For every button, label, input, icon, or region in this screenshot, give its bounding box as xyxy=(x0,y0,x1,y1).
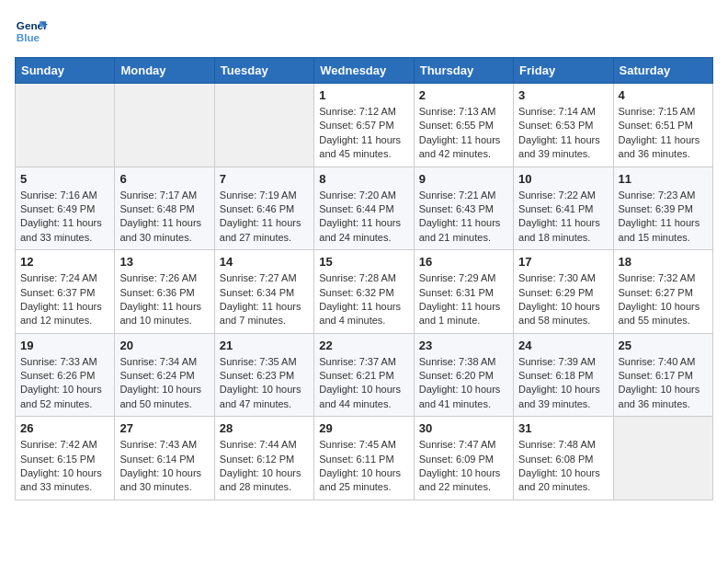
calendar-cell: 19Sunrise: 7:33 AM Sunset: 6:26 PM Dayli… xyxy=(16,333,115,417)
calendar-cell: 17Sunrise: 7:30 AM Sunset: 6:29 PM Dayli… xyxy=(514,250,613,334)
day-number: 7 xyxy=(220,172,309,186)
day-number: 22 xyxy=(319,339,408,352)
day-number: 6 xyxy=(119,172,209,186)
day-number: 25 xyxy=(619,339,708,352)
day-number: 2 xyxy=(419,88,508,102)
calendar-cell: 6Sunrise: 7:17 AM Sunset: 6:48 PM Daylig… xyxy=(115,167,214,250)
day-info: Sunrise: 7:26 AM Sunset: 6:36 PM Dayligh… xyxy=(119,271,209,328)
calendar-cell: 23Sunrise: 7:38 AM Sunset: 6:20 PM Dayli… xyxy=(414,333,513,417)
day-info: Sunrise: 7:19 AM Sunset: 6:46 PM Dayligh… xyxy=(220,189,309,246)
day-info: Sunrise: 7:35 AM Sunset: 6:23 PM Dayligh… xyxy=(220,355,309,412)
calendar-cell: 10Sunrise: 7:22 AM Sunset: 6:41 PM Dayli… xyxy=(514,167,613,250)
calendar-cell: 25Sunrise: 7:40 AM Sunset: 6:17 PM Dayli… xyxy=(613,333,712,417)
day-number: 14 xyxy=(220,255,309,269)
day-number: 31 xyxy=(518,421,608,435)
header-saturday: Saturday xyxy=(613,58,712,84)
day-info: Sunrise: 7:12 AM Sunset: 6:57 PM Dayligh… xyxy=(319,105,408,162)
day-info: Sunrise: 7:40 AM Sunset: 6:17 PM Dayligh… xyxy=(619,355,708,412)
day-info: Sunrise: 7:28 AM Sunset: 6:32 PM Dayligh… xyxy=(319,271,408,328)
calendar-cell: 30Sunrise: 7:47 AM Sunset: 6:09 PM Dayli… xyxy=(414,417,513,500)
calendar-cell xyxy=(115,84,214,167)
calendar-cell: 8Sunrise: 7:20 AM Sunset: 6:44 PM Daylig… xyxy=(314,167,414,250)
day-info: Sunrise: 7:16 AM Sunset: 6:49 PM Dayligh… xyxy=(20,189,109,246)
day-number: 24 xyxy=(518,339,608,352)
day-number: 21 xyxy=(220,339,309,352)
day-info: Sunrise: 7:37 AM Sunset: 6:21 PM Dayligh… xyxy=(319,355,408,412)
day-number: 27 xyxy=(119,421,209,435)
calendar-table: SundayMondayTuesdayWednesdayThursdayFrid… xyxy=(15,57,713,500)
day-number: 12 xyxy=(20,255,109,269)
day-number: 19 xyxy=(20,339,109,352)
day-info: Sunrise: 7:22 AM Sunset: 6:41 PM Dayligh… xyxy=(518,189,608,246)
calendar-cell: 24Sunrise: 7:39 AM Sunset: 6:18 PM Dayli… xyxy=(514,333,613,417)
day-info: Sunrise: 7:34 AM Sunset: 6:24 PM Dayligh… xyxy=(119,355,209,412)
day-number: 15 xyxy=(319,255,408,269)
day-number: 5 xyxy=(20,172,109,186)
day-info: Sunrise: 7:15 AM Sunset: 6:51 PM Dayligh… xyxy=(619,105,708,162)
day-number: 29 xyxy=(319,421,408,435)
day-number: 18 xyxy=(619,255,708,269)
calendar-cell xyxy=(613,417,712,500)
header-sunday: Sunday xyxy=(16,58,115,84)
calendar-cell: 31Sunrise: 7:48 AM Sunset: 6:08 PM Dayli… xyxy=(514,417,613,500)
day-number: 1 xyxy=(319,88,408,102)
day-number: 28 xyxy=(220,421,309,435)
header-thursday: Thursday xyxy=(414,58,513,84)
calendar-cell: 1Sunrise: 7:12 AM Sunset: 6:57 PM Daylig… xyxy=(314,84,414,167)
day-number: 23 xyxy=(419,339,508,352)
calendar-cell: 22Sunrise: 7:37 AM Sunset: 6:21 PM Dayli… xyxy=(314,333,414,417)
day-number: 11 xyxy=(619,172,708,186)
day-info: Sunrise: 7:47 AM Sunset: 6:09 PM Dayligh… xyxy=(419,438,508,495)
day-number: 30 xyxy=(419,421,508,435)
calendar-cell: 18Sunrise: 7:32 AM Sunset: 6:27 PM Dayli… xyxy=(613,250,712,334)
day-info: Sunrise: 7:20 AM Sunset: 6:44 PM Dayligh… xyxy=(319,189,408,246)
header-tuesday: Tuesday xyxy=(214,58,313,84)
calendar-cell: 21Sunrise: 7:35 AM Sunset: 6:23 PM Dayli… xyxy=(214,333,313,417)
day-info: Sunrise: 7:30 AM Sunset: 6:29 PM Dayligh… xyxy=(518,271,608,328)
calendar-cell: 5Sunrise: 7:16 AM Sunset: 6:49 PM Daylig… xyxy=(16,167,115,250)
calendar-cell: 27Sunrise: 7:43 AM Sunset: 6:14 PM Dayli… xyxy=(115,417,214,500)
day-info: Sunrise: 7:21 AM Sunset: 6:43 PM Dayligh… xyxy=(419,189,508,246)
calendar-week-row: 1Sunrise: 7:12 AM Sunset: 6:57 PM Daylig… xyxy=(16,84,713,167)
calendar-cell: 4Sunrise: 7:15 AM Sunset: 6:51 PM Daylig… xyxy=(613,84,712,167)
day-info: Sunrise: 7:17 AM Sunset: 6:48 PM Dayligh… xyxy=(119,189,209,246)
calendar-cell: 26Sunrise: 7:42 AM Sunset: 6:15 PM Dayli… xyxy=(16,417,115,500)
svg-text:Blue: Blue xyxy=(17,31,40,43)
day-info: Sunrise: 7:48 AM Sunset: 6:08 PM Dayligh… xyxy=(518,438,608,495)
calendar-cell: 11Sunrise: 7:23 AM Sunset: 6:39 PM Dayli… xyxy=(613,167,712,250)
day-number: 17 xyxy=(518,255,608,269)
calendar-week-row: 19Sunrise: 7:33 AM Sunset: 6:26 PM Dayli… xyxy=(16,333,713,417)
calendar-cell: 15Sunrise: 7:28 AM Sunset: 6:32 PM Dayli… xyxy=(314,250,414,334)
calendar-cell: 28Sunrise: 7:44 AM Sunset: 6:12 PM Dayli… xyxy=(214,417,313,500)
day-number: 3 xyxy=(518,88,608,102)
page-header: General Blue xyxy=(15,15,713,48)
day-number: 8 xyxy=(319,172,408,186)
calendar-cell: 3Sunrise: 7:14 AM Sunset: 6:53 PM Daylig… xyxy=(514,84,613,167)
calendar-cell xyxy=(16,84,115,167)
calendar-cell: 7Sunrise: 7:19 AM Sunset: 6:46 PM Daylig… xyxy=(214,167,313,250)
day-info: Sunrise: 7:32 AM Sunset: 6:27 PM Dayligh… xyxy=(619,271,708,328)
day-info: Sunrise: 7:24 AM Sunset: 6:37 PM Dayligh… xyxy=(20,271,109,328)
day-info: Sunrise: 7:14 AM Sunset: 6:53 PM Dayligh… xyxy=(518,105,608,162)
header-friday: Friday xyxy=(514,58,613,84)
day-info: Sunrise: 7:43 AM Sunset: 6:14 PM Dayligh… xyxy=(119,438,209,495)
header-wednesday: Wednesday xyxy=(314,58,414,84)
calendar-header-row: SundayMondayTuesdayWednesdayThursdayFrid… xyxy=(16,58,713,84)
day-number: 16 xyxy=(419,255,508,269)
logo-icon: General Blue xyxy=(15,15,48,48)
day-info: Sunrise: 7:33 AM Sunset: 6:26 PM Dayligh… xyxy=(20,355,109,412)
day-info: Sunrise: 7:42 AM Sunset: 6:15 PM Dayligh… xyxy=(20,438,109,495)
calendar-cell: 2Sunrise: 7:13 AM Sunset: 6:55 PM Daylig… xyxy=(414,84,513,167)
day-info: Sunrise: 7:45 AM Sunset: 6:11 PM Dayligh… xyxy=(319,438,408,495)
day-number: 10 xyxy=(518,172,608,186)
day-number: 9 xyxy=(419,172,508,186)
calendar-cell: 14Sunrise: 7:27 AM Sunset: 6:34 PM Dayli… xyxy=(214,250,313,334)
calendar-cell: 9Sunrise: 7:21 AM Sunset: 6:43 PM Daylig… xyxy=(414,167,513,250)
calendar-cell: 29Sunrise: 7:45 AM Sunset: 6:11 PM Dayli… xyxy=(314,417,414,500)
logo: General Blue xyxy=(15,15,48,48)
calendar-cell: 16Sunrise: 7:29 AM Sunset: 6:31 PM Dayli… xyxy=(414,250,513,334)
day-info: Sunrise: 7:27 AM Sunset: 6:34 PM Dayligh… xyxy=(220,271,309,328)
calendar-cell xyxy=(214,84,313,167)
calendar-cell: 12Sunrise: 7:24 AM Sunset: 6:37 PM Dayli… xyxy=(16,250,115,334)
calendar-week-row: 5Sunrise: 7:16 AM Sunset: 6:49 PM Daylig… xyxy=(16,167,713,250)
